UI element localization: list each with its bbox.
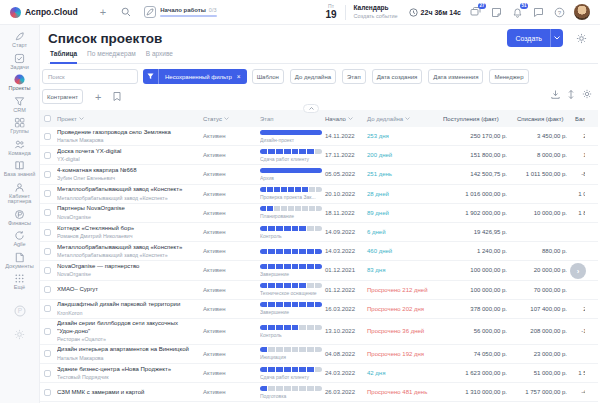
table-row[interactable]: Доска почета YX-digitalYX-digitalАктивен… [40, 146, 598, 165]
chat-widget-icon[interactable]: P [14, 305, 26, 317]
project-name[interactable]: Коттедж «Стеклянный бор» [57, 225, 197, 233]
row-checkbox[interactable] [44, 152, 51, 159]
create-button[interactable]: Создать [507, 29, 550, 47]
table-row[interactable]: Металлообрабатывающий завод «Конспект»Ме… [40, 185, 598, 204]
project-name[interactable]: Здание бизнес-центра «Нова Проджект» [57, 366, 197, 374]
row-checkbox[interactable] [44, 286, 51, 293]
row-checkbox[interactable] [44, 389, 51, 396]
page-settings-gear-icon[interactable] [576, 33, 587, 44]
sidebar-item-projects[interactable]: Проекты [0, 74, 39, 92]
col-start[interactable]: Начало [325, 116, 367, 122]
scroll-right-button[interactable]: › [570, 263, 586, 279]
project-name[interactable]: Ландшафтный дизайн парковой территории [57, 301, 197, 309]
project-name[interactable]: Партнеры NovaOrganise [57, 205, 197, 213]
sidebar-item-groups[interactable]: Группы [0, 117, 39, 135]
notifications-bell-icon[interactable]: 51 [511, 6, 524, 19]
row-checkbox[interactable] [44, 267, 51, 274]
row-checkbox[interactable] [44, 248, 51, 255]
add-filter-button[interactable]: + [95, 92, 101, 102]
row-checkbox[interactable] [44, 171, 51, 178]
timer-widget[interactable]: 22ч 36м 14с [409, 8, 461, 17]
save-filter-bookmark-icon[interactable] [113, 92, 121, 101]
project-name[interactable]: Металлообрабатывающий завод «Конспект» [57, 244, 197, 252]
user-avatar[interactable] [574, 4, 590, 20]
calendar-date[interactable]: Пт 19 [325, 4, 336, 20]
tab-Таблица[interactable]: Таблица [50, 50, 77, 64]
chat-icon[interactable] [532, 6, 545, 19]
create-dropdown-button[interactable] [550, 29, 563, 47]
help-icon[interactable]: ? [553, 6, 566, 19]
table-row[interactable]: 4-комнатная квартира №668Зубин Олег Евге… [40, 165, 598, 184]
filter-chip[interactable]: До дедлайна [290, 69, 336, 84]
row-checkbox[interactable] [44, 328, 51, 335]
sidebar-item-docs[interactable]: Документы [0, 252, 39, 270]
export-icon[interactable] [551, 90, 560, 99]
sidebar-item-team[interactable]: Команда [0, 139, 39, 157]
sidebar-item-finance[interactable]: Финансы [0, 209, 39, 227]
table-row[interactable]: Коттедж «Стеклянный бор»Романов Дмитрий … [40, 223, 598, 242]
col-status[interactable]: Статус [203, 116, 260, 122]
filter-chip[interactable]: Этап [342, 69, 366, 84]
filter-chip[interactable]: Дата изменения [428, 69, 483, 84]
active-filter-chip[interactable]: Несохраненный фильтр × [143, 69, 247, 84]
tab-В архиве[interactable]: В архиве [146, 50, 173, 63]
onboarding-progress[interactable]: Начало работы 0/3 [144, 6, 216, 18]
tab-По менеджерам[interactable]: По менеджерам [87, 50, 136, 63]
quick-add-button[interactable]: + [100, 7, 106, 17]
filter-chip[interactable]: Контрагент [42, 89, 83, 104]
table-row[interactable]: ХМАО– СургутАктивенТехническое оснащение… [40, 281, 598, 300]
filter-chip[interactable]: Менеджер [489, 69, 528, 84]
project-name[interactable]: Проведение газопровода село Землянка [57, 129, 197, 137]
row-checkbox[interactable] [44, 370, 51, 377]
table-row[interactable]: Дизайн интерьера апартаментов на Винницк… [40, 345, 598, 364]
row-checkbox[interactable] [44, 229, 51, 236]
col-project[interactable]: Проект [57, 116, 203, 122]
row-height-icon[interactable] [567, 90, 575, 99]
table-row[interactable]: NovaOrganise — партнерствоNovaOrganiseАк… [40, 261, 598, 280]
table-settings-gear-icon[interactable] [582, 89, 592, 99]
collapse-column-button[interactable] [303, 104, 319, 113]
project-name[interactable]: Дизайн интерьера апартаментов на Винницк… [57, 346, 197, 354]
col-stage[interactable]: Этап [260, 116, 325, 122]
sidebar-item-tasks[interactable]: Задачи [0, 53, 39, 71]
project-name[interactable]: 4-комнатная квартира №668 [57, 167, 197, 175]
select-all-checkbox[interactable] [44, 115, 51, 122]
sidebar-item-more[interactable]: Ещё [0, 273, 39, 291]
project-name[interactable]: Доска почета YX-digital [57, 148, 197, 156]
table-row[interactable]: Металлообрабатывающий завод «Конспект»Ме… [40, 242, 598, 261]
filter-chip[interactable]: Дата создания [372, 69, 423, 84]
table-row[interactable]: СЗМ ММК с замерами и картойАктивенПодгот… [40, 383, 598, 402]
project-name[interactable]: СЗМ ММК с замерами и картой [57, 389, 197, 397]
notes-icon[interactable] [490, 6, 503, 19]
col-balance[interactable]: Баланс [567, 116, 585, 122]
project-name[interactable]: NovaOrganise — партнерство [57, 263, 197, 271]
search-icon[interactable] [121, 7, 131, 17]
col-deadline[interactable]: До дедлайна [367, 116, 443, 122]
calendar-widget[interactable]: Календарь Создать событие [354, 5, 398, 19]
table-row[interactable]: Ландшафтный дизайн парковой территорииKr… [40, 300, 598, 319]
search-input[interactable]: Поиск [42, 69, 138, 84]
table-row[interactable]: Партнеры NovaOrganiseNovaOrganiseАктивен… [40, 204, 598, 223]
clear-filter-icon[interactable]: × [237, 73, 241, 80]
inbox-icon[interactable]: 27 [469, 6, 482, 19]
row-checkbox[interactable] [44, 305, 51, 312]
sidebar-item-knowledge[interactable]: База знаний [0, 160, 39, 178]
row-checkbox[interactable] [44, 190, 51, 197]
sidebar-item-start[interactable]: Старт [0, 31, 39, 49]
row-checkbox[interactable] [44, 350, 51, 357]
table-row[interactable]: Дизайн серии биллбордов сети закусочных … [40, 319, 598, 345]
project-name[interactable]: Дизайн серии биллбордов сети закусочных … [57, 320, 197, 335]
table-row[interactable]: Проведение газопровода село ЗемлянкаНата… [40, 127, 598, 146]
row-checkbox[interactable] [44, 133, 51, 140]
sidebar-item-agile[interactable]: Agile [0, 230, 39, 248]
col-expense[interactable]: Списания (факт) [507, 116, 567, 122]
filter-chip[interactable]: Шаблон [252, 69, 284, 84]
table-row[interactable]: Здание бизнес-центра «Нова Проджект»Тест… [40, 364, 598, 383]
row-checkbox[interactable] [44, 209, 51, 216]
sidebar-item-partner[interactable]: Кабинет партнера [0, 182, 39, 205]
filter-funnel-icon[interactable] [143, 69, 159, 84]
col-income[interactable]: Поступления (факт) [443, 116, 507, 122]
sidebar-item-crm[interactable]: CRM [0, 96, 39, 114]
project-name[interactable]: Металлообрабатывающий завод «Конспект» [57, 186, 197, 194]
widget-settings-icon[interactable] [14, 329, 25, 340]
